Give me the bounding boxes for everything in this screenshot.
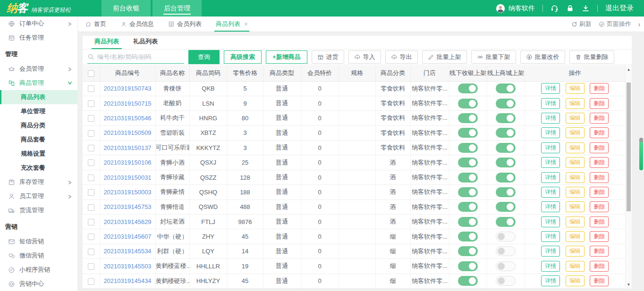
offline-shelf-toggle[interactable]	[458, 158, 478, 167]
online-mall-toggle[interactable]	[496, 246, 516, 256]
detail-button[interactable]: 详情	[541, 98, 560, 109]
row-checkbox[interactable]	[88, 85, 94, 92]
offline-shelf-toggle[interactable]	[458, 128, 478, 138]
detail-button[interactable]: 详情	[541, 127, 560, 138]
offline-shelf-toggle[interactable]	[458, 261, 478, 271]
edit-button[interactable]: 编辑	[566, 231, 585, 242]
sidebar-item-order-center[interactable]: 订单中心>	[0, 17, 77, 31]
tab-product-list[interactable]: 商品列表×	[209, 17, 255, 32]
select-all-checkbox[interactable]	[88, 70, 94, 77]
delete-button[interactable]: 删除	[590, 246, 609, 257]
offline-shelf-toggle[interactable]	[458, 187, 478, 197]
row-checkbox[interactable]	[88, 145, 94, 151]
row-checkbox[interactable]	[88, 175, 94, 181]
delete-button[interactable]: 删除	[590, 261, 609, 272]
row-checkbox[interactable]	[88, 233, 94, 240]
delete-button[interactable]: 删除	[590, 157, 609, 168]
import-button[interactable]: 导入	[348, 50, 381, 64]
page-operations-button[interactable]: 页面操作	[599, 20, 631, 28]
table-scrollbar[interactable]: ▲ ▼	[625, 66, 632, 289]
tab-home[interactable]: 首页	[78, 17, 113, 32]
sidebar-item-product-list[interactable]: 商品列表	[0, 90, 77, 104]
tabs-scroll-right-icon[interactable]: ›	[638, 19, 640, 29]
stock-in-button[interactable]: 进货	[312, 50, 344, 64]
sidebar-item-product-management[interactable]: 商品管理>	[0, 76, 77, 90]
delete-button[interactable]: 删除	[590, 172, 609, 183]
delete-button[interactable]: 删除	[590, 83, 609, 94]
close-tab-icon[interactable]: ×	[244, 20, 248, 28]
row-checkbox[interactable]	[88, 249, 94, 255]
batch-reprice-button[interactable]: 批量改价	[520, 50, 565, 64]
advanced-search-button[interactable]: 高级搜索	[224, 50, 262, 64]
edit-button[interactable]: 编辑	[566, 261, 585, 272]
ptab-product-list[interactable]: 商品列表	[87, 37, 126, 49]
edit-button[interactable]: 编辑	[566, 83, 585, 94]
batch-offshelf-button[interactable]: 批量下架	[471, 50, 516, 64]
offline-shelf-toggle[interactable]	[458, 173, 478, 183]
customer-service-icon[interactable]	[551, 4, 559, 12]
online-mall-toggle[interactable]	[496, 83, 516, 93]
row-checkbox[interactable]	[88, 159, 94, 166]
product-id-link[interactable]: 20210319150003	[103, 189, 151, 196]
online-mall-toggle[interactable]	[496, 113, 516, 123]
product-id-link[interactable]: 20210319150509	[103, 129, 151, 136]
row-checkbox[interactable]	[88, 115, 94, 122]
query-button[interactable]: 查询	[188, 50, 220, 64]
sidebar-item-product-package[interactable]: 商品套餐	[0, 133, 77, 147]
edit-button[interactable]: 编辑	[566, 142, 585, 153]
online-mall-toggle[interactable]	[496, 187, 516, 197]
lock-icon[interactable]	[566, 4, 574, 12]
product-id-link[interactable]: 20210319150546	[103, 115, 151, 122]
delete-button[interactable]: 删除	[590, 201, 609, 212]
refresh-button[interactable]: 刷新	[571, 20, 592, 28]
sidebar-item-member-management[interactable]: 会员管理>	[0, 62, 77, 76]
delete-button[interactable]: 删除	[590, 142, 609, 153]
row-checkbox[interactable]	[88, 204, 94, 211]
online-mall-toggle[interactable]	[496, 158, 516, 167]
edit-button[interactable]: 编辑	[566, 216, 585, 227]
table-scrollbar-thumb[interactable]	[627, 83, 631, 211]
product-id-link[interactable]: 20210319145503	[103, 263, 151, 270]
row-checkbox[interactable]	[88, 219, 94, 225]
detail-button[interactable]: 详情	[541, 275, 560, 286]
topnav-front-cashier[interactable]: 前台收银	[102, 0, 151, 17]
online-mall-toggle[interactable]	[496, 173, 516, 183]
online-mall-toggle[interactable]	[496, 217, 516, 227]
detail-button[interactable]: 详情	[541, 172, 560, 183]
delete-button[interactable]: 删除	[590, 127, 609, 138]
edit-button[interactable]: 编辑	[566, 172, 585, 183]
detail-button[interactable]: 详情	[541, 261, 560, 272]
row-checkbox[interactable]	[88, 189, 94, 196]
delete-button[interactable]: 删除	[590, 187, 609, 198]
sidebar-item-logistics-management[interactable]: 货流管理	[0, 203, 77, 217]
offline-shelf-toggle[interactable]	[458, 276, 478, 286]
product-id-link[interactable]: 20210319145607	[103, 233, 151, 240]
offline-shelf-toggle[interactable]	[458, 83, 478, 93]
edit-button[interactable]: 编辑	[566, 157, 585, 168]
sidebar-item-recharge-package[interactable]: 充次套餐	[0, 161, 77, 175]
delete-button[interactable]: 删除	[590, 231, 609, 242]
online-mall-toggle[interactable]	[496, 128, 516, 138]
edit-button[interactable]: 编辑	[566, 113, 585, 124]
sidebar-item-spec-settings[interactable]: 规格设置	[0, 147, 77, 161]
page-scrollbar-thumb[interactable]	[639, 142, 643, 170]
sidebar-item-product-category[interactable]: 商品分类	[0, 118, 77, 133]
offline-shelf-toggle[interactable]	[458, 217, 478, 227]
detail-button[interactable]: 详情	[541, 113, 560, 124]
delete-button[interactable]: 删除	[590, 275, 609, 286]
sidebar-item-inventory-management[interactable]: 库存管理>	[0, 175, 77, 189]
detail-button[interactable]: 详情	[541, 201, 560, 212]
product-id-link[interactable]: 20210319150106	[103, 159, 151, 166]
delete-button[interactable]: 删除	[590, 98, 609, 109]
sidebar-item-marketing-center[interactable]: 营销中心	[0, 277, 77, 291]
tab-member-info[interactable]: 会员信息	[113, 17, 161, 32]
edit-button[interactable]: 编辑	[566, 187, 585, 198]
sidebar-item-wechat-marketing[interactable]: 微信营销	[0, 249, 77, 263]
row-checkbox[interactable]	[88, 278, 94, 285]
detail-button[interactable]: 详情	[541, 216, 560, 227]
edit-button[interactable]: 编辑	[566, 246, 585, 257]
scroll-down-icon[interactable]: ▼	[626, 283, 632, 287]
product-id-link[interactable]: 20210319145534	[103, 248, 151, 255]
detail-button[interactable]: 详情	[541, 142, 560, 153]
offline-shelf-toggle[interactable]	[458, 113, 478, 123]
